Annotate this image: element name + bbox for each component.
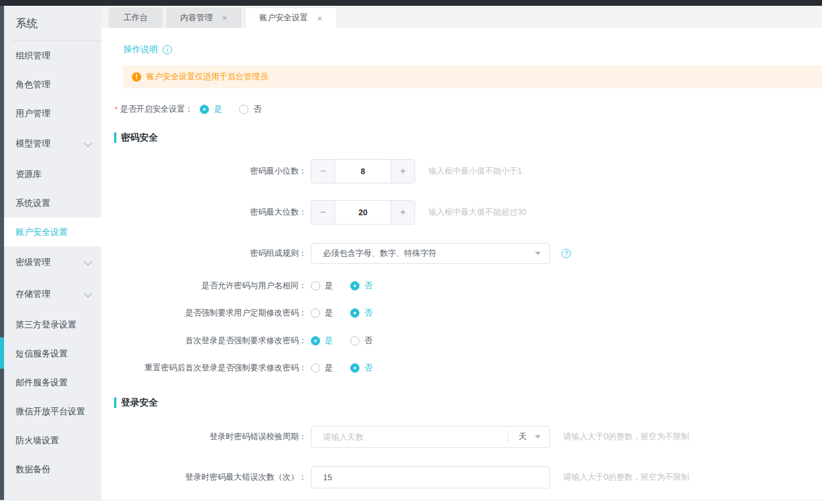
plus-button[interactable]: + [391,160,414,183]
section-title: 密码安全 [121,132,158,144]
same-username-row: 是否允许密码与用户名相同： 是 否 [115,281,390,291]
section-login-security: 登录安全 [114,397,158,409]
help-link[interactable]: 操作说明 i [123,44,172,55]
error-check-period-hint: 请输入大于0的整数，留空为不限制 [563,432,689,442]
reset-first-login-radio-yes[interactable]: 是 [311,363,333,373]
enable-security-label: 是否开启安全设置： [120,104,193,115]
sidebar-item-account-security[interactable]: 账户安全设置 [4,218,101,247]
sidebar-item-user[interactable]: 用户管理 [4,99,101,128]
sidebar-scrollbar-thumb[interactable] [0,337,4,369]
main-content: 操作说明 i ! 账户安全设置仅适用于后台管理员 * 是否开启安全设置： 是 否… [101,28,822,500]
first-login-change-radio-no[interactable]: 否 [350,336,372,346]
sidebar-item-model[interactable]: 模型管理 [4,128,101,160]
radio-icon [200,105,209,114]
section-bar [114,133,116,143]
error-check-period-field: 天 [311,426,550,448]
sidebar-item-thirdparty-login[interactable]: 第三方登录设置 [4,310,101,339]
enable-security-radio-yes[interactable]: 是 [200,104,222,115]
error-check-period-label: 登录时密码错误校验周期： [115,432,307,442]
max-error-count-input[interactable] [311,466,550,488]
sidebar-item-system-settings[interactable]: 系统设置 [4,189,101,218]
password-rule-value: 必须包含字母、数字、特殊字符 [323,248,535,259]
radio-icon [311,336,320,345]
minus-button[interactable]: − [311,201,335,224]
error-check-period-row: 登录时密码错误校验周期： 天 请输入大于0的整数，留空为不限制 [115,426,689,448]
bottom-scroll-strip[interactable] [0,500,822,504]
tab-account-security[interactable]: 账户安全设置 × [245,8,337,28]
minus-button[interactable]: − [311,160,335,183]
warning-icon: ! [132,72,141,82]
radio-icon [311,281,320,290]
radio-icon [350,336,359,345]
password-max-hint: 输入框中最大值不能超过30 [428,207,527,218]
radio-icon [350,281,359,290]
sidebar: 系统 组织管理 角色管理 用户管理 模型管理 资源库 系统设置 账户安全设置 密… [4,6,101,500]
password-min-hint: 输入框中最小值不能小于1 [428,166,522,176]
info-icon[interactable]: i [163,45,172,54]
section-bar [114,398,116,408]
sidebar-title: 系统 [4,6,101,41]
first-login-change-row: 首次登录是否强制要求修改密码： 是 否 [115,336,390,346]
enable-security-row: * 是否开启安全设置： 是 否 [115,104,278,115]
radio-icon [311,308,320,318]
tab-content-management[interactable]: 内容管理 × [166,8,241,28]
radio-icon [350,363,359,373]
radio-icon [350,308,359,318]
password-rule-label: 密码组成规则： [115,248,307,259]
password-min-label: 密码最小位数： [115,166,307,176]
tab-workbench[interactable]: 工作台 [109,8,163,28]
unit-select-value[interactable]: 天 [508,432,535,442]
sidebar-item-storage[interactable]: 存储管理 [4,278,101,310]
plus-button[interactable]: + [391,201,414,224]
reset-first-login-radio-no[interactable]: 否 [350,363,372,373]
warning-text: 账户安全设置仅适用于后台管理员 [146,72,268,82]
chevron-down-icon [84,138,92,146]
tab-bar: 工作台 内容管理 × 账户安全设置 × [101,6,822,28]
password-max-stepper: − 20 + [311,200,415,225]
sidebar-item-firewall[interactable]: 防火墙设置 [4,426,101,455]
sidebar-item-role[interactable]: 角色管理 [4,70,101,99]
password-max-label: 密码最大位数： [115,207,307,218]
left-rail [0,6,4,500]
sidebar-item-secret-level[interactable]: 密级管理 [4,247,101,278]
sidebar-item-sms[interactable]: 短信服务设置 [4,339,101,368]
radio-icon [239,105,248,114]
password-min-row: 密码最小位数： − 8 + 输入框中最小值不能小于1 [115,159,522,183]
password-min-value[interactable]: 8 [335,160,391,183]
caret-down-icon [535,252,541,255]
password-rule-row: 密码组成规则： 必须包含字母、数字、特殊字符 ? [115,243,571,264]
sidebar-item-repository[interactable]: 资源库 [4,160,101,189]
required-mark: * [115,105,118,114]
error-check-period-input[interactable] [311,432,508,442]
password-min-stepper: − 8 + [311,159,415,183]
warning-banner: ! 账户安全设置仅适用于后台管理员 [123,65,822,89]
first-login-change-radio-yes[interactable]: 是 [311,336,333,346]
max-error-count-hint: 请输入大于0的整数，留空为不限制 [563,472,689,483]
close-icon[interactable]: × [222,13,227,22]
sidebar-item-email[interactable]: 邮件服务设置 [4,368,101,397]
help-link-label: 操作说明 [123,44,158,55]
same-username-radio-yes[interactable]: 是 [311,281,333,291]
sidebar-item-org[interactable]: 组织管理 [4,41,101,70]
section-title: 登录安全 [121,397,158,409]
password-max-row: 密码最大位数： − 20 + 输入框中最大值不能超过30 [115,200,527,225]
max-error-count-label: 登录时密码最大错误次数（次）： [115,472,307,483]
chevron-down-icon [84,257,92,265]
close-icon[interactable]: × [317,14,322,23]
same-username-radio-no[interactable]: 否 [350,281,372,291]
caret-down-icon[interactable] [535,435,541,439]
max-error-count-row: 登录时密码最大错误次数（次）： 请输入大于0的整数，留空为不限制 [115,466,689,488]
sidebar-item-wechat-platform[interactable]: 微信开放平台设置 [4,397,101,426]
sidebar-item-data-backup[interactable]: 数据备份 [4,455,101,484]
question-icon[interactable]: ? [562,249,571,258]
password-max-value[interactable]: 20 [335,201,391,224]
chevron-down-icon [84,289,92,297]
periodic-change-row: 是否强制要求用户定期修改密码： 是 否 [115,308,390,318]
periodic-change-radio-yes[interactable]: 是 [311,308,333,318]
enable-security-radio-no[interactable]: 否 [239,104,261,115]
password-rule-select[interactable]: 必须包含字母、数字、特殊字符 [311,243,550,264]
reset-first-login-change-row: 重置密码后首次登录是否强制要求修改密码： 是 否 [115,363,390,373]
top-window-strip [0,0,822,6]
section-password-security: 密码安全 [114,132,158,144]
periodic-change-radio-no[interactable]: 否 [350,308,372,318]
